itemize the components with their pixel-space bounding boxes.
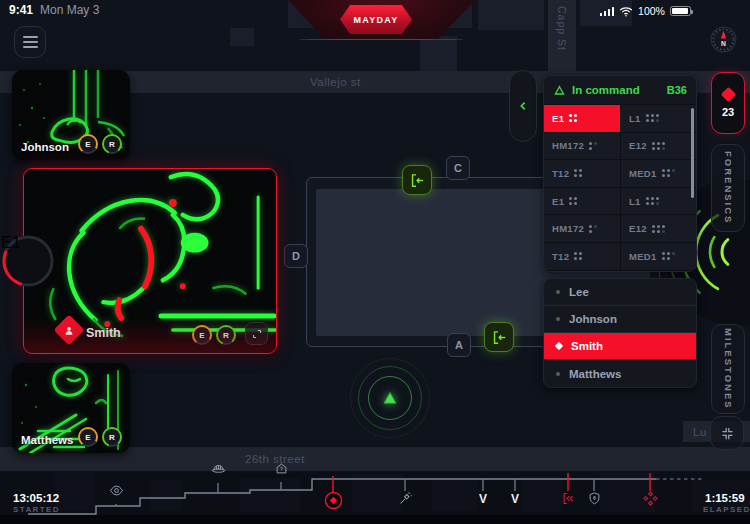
video-feed-matthews[interactable]: Matthews E R bbox=[12, 363, 130, 453]
alert-count-badge[interactable]: 23 bbox=[711, 72, 745, 134]
timeline-event-hose[interactable] bbox=[398, 491, 413, 506]
battery-icon bbox=[670, 6, 691, 16]
feed-name: Smith bbox=[86, 326, 121, 340]
elapsed-time: 1:15:59 bbox=[705, 492, 745, 504]
timeline-event-helmet[interactable] bbox=[211, 462, 226, 477]
timeline-event-door-exit[interactable] bbox=[561, 491, 576, 506]
feed-name: Johnson bbox=[21, 141, 69, 153]
hose-icon bbox=[398, 491, 413, 506]
tab-forensics[interactable]: FORENSICS bbox=[711, 144, 745, 232]
personnel-row-matthews[interactable]: Matthews bbox=[544, 360, 696, 387]
personnel-row-johnson[interactable]: Johnson bbox=[544, 306, 696, 333]
tab-label: MILESTONES bbox=[723, 328, 734, 410]
entry-point-button[interactable] bbox=[484, 322, 514, 352]
unit-label: MED1 bbox=[629, 251, 657, 262]
badge-r[interactable]: R bbox=[102, 427, 122, 447]
crew-dots bbox=[574, 252, 582, 260]
started-label: STARTED bbox=[13, 505, 60, 514]
timeline-event-letter-v[interactable]: V bbox=[476, 491, 491, 506]
date: Mon May 3 bbox=[40, 3, 99, 17]
timeline-event-shield[interactable] bbox=[587, 491, 602, 506]
thermal-feed-image bbox=[24, 169, 276, 353]
door-entry-icon bbox=[491, 329, 508, 346]
unit-cell-e12[interactable]: E12 bbox=[621, 133, 696, 161]
dot-bullet-icon bbox=[556, 290, 560, 294]
personnel-row-lee[interactable]: Lee bbox=[544, 279, 696, 306]
timeline-event-diamond-cluster[interactable] bbox=[643, 491, 658, 506]
triangle-icon bbox=[381, 389, 399, 407]
unit-cell-hm172[interactable]: HM172 bbox=[544, 133, 621, 161]
command-panel: In command B36 E1L1HM172E12T12MED1E1L1HM… bbox=[543, 75, 697, 272]
scrollbar[interactable] bbox=[691, 108, 694, 198]
unit-label: E1 bbox=[552, 113, 564, 124]
timeline-event-letter-v[interactable]: V bbox=[508, 491, 523, 506]
badge-e[interactable]: E bbox=[78, 134, 98, 154]
crew-dots bbox=[589, 142, 597, 150]
unit-cell-med1[interactable]: MED1 bbox=[621, 243, 696, 271]
crew-dots bbox=[652, 225, 665, 233]
command-panel-title: In command bbox=[572, 84, 661, 96]
entry-point-button[interactable] bbox=[402, 165, 432, 195]
personnel-name: Matthews bbox=[569, 368, 621, 380]
timeline-event-eye[interactable] bbox=[109, 483, 124, 498]
unit-label: E12 bbox=[629, 140, 647, 151]
person-diamond-icon bbox=[53, 314, 84, 345]
unit-cell-t12[interactable]: T12 bbox=[544, 160, 621, 188]
unit-cell-e12[interactable]: E12 bbox=[621, 215, 696, 243]
crew-dots bbox=[646, 197, 659, 205]
dot-bullet-icon bbox=[556, 317, 560, 321]
expand-feed-button[interactable] bbox=[245, 322, 268, 345]
unit-grid: E1L1HM172E12T12MED1E1L1HM172E12T12MED1 bbox=[544, 105, 696, 271]
helmet-icon bbox=[211, 462, 226, 477]
timeline-event-diamond-marker[interactable] bbox=[323, 490, 344, 511]
battery-percent: 100% bbox=[638, 5, 665, 17]
dot-bullet-icon bbox=[556, 372, 560, 376]
command-post-beacon[interactable] bbox=[350, 358, 430, 438]
feed-badges: E R bbox=[78, 134, 122, 154]
house-question-icon: ? bbox=[274, 461, 289, 476]
crew-dots bbox=[574, 169, 582, 177]
building-side-marker-c: C bbox=[446, 156, 470, 180]
unit-cell-l1[interactable]: L1 bbox=[621, 105, 696, 133]
started-time: 13:05:12 bbox=[13, 492, 59, 504]
bottom-bar bbox=[0, 515, 750, 524]
menu-button[interactable] bbox=[14, 26, 46, 58]
door-entry-icon bbox=[409, 172, 426, 189]
collapse-panel-button[interactable] bbox=[509, 70, 537, 142]
tab-milestones[interactable]: MILESTONES bbox=[711, 324, 745, 414]
person-icon bbox=[63, 324, 76, 337]
unit-cell-e1[interactable]: E1 bbox=[544, 188, 621, 216]
street-label: Vallejo st bbox=[310, 76, 361, 88]
personnel-row-smith[interactable]: Smith bbox=[544, 333, 696, 360]
diamond-bullet-icon bbox=[555, 342, 563, 350]
tab-label: FORENSICS bbox=[723, 151, 734, 224]
unit-cell-t12[interactable]: T12 bbox=[544, 243, 621, 271]
unit-cell-med1[interactable]: MED1 bbox=[621, 160, 696, 188]
mayday-label: MAYDAY bbox=[353, 15, 398, 25]
badge-e[interactable]: E bbox=[192, 325, 212, 345]
mayday-button[interactable]: MAYDAY bbox=[340, 5, 412, 34]
personnel-name: Smith bbox=[571, 340, 603, 352]
unit-cell-hm172[interactable]: HM172 bbox=[544, 215, 621, 243]
street-label: Capp St bbox=[556, 6, 568, 51]
badge-e[interactable]: E bbox=[78, 427, 98, 447]
unit-label: L1 bbox=[629, 196, 641, 207]
compass: N bbox=[710, 26, 737, 53]
unit-label: E1 bbox=[552, 196, 564, 207]
unit-label: HM172 bbox=[552, 223, 584, 234]
street-label: Lu bbox=[693, 426, 707, 438]
map-building bbox=[230, 28, 254, 46]
unit-cell-e1[interactable]: E1 bbox=[544, 105, 621, 133]
diamond-cluster-icon bbox=[643, 491, 658, 506]
video-feed-main-smith[interactable]: Smith E R bbox=[23, 168, 277, 354]
compress-icon bbox=[720, 426, 735, 441]
unit-ring-e1[interactable] bbox=[1, 234, 55, 288]
crew-dots bbox=[589, 225, 597, 233]
video-feed-johnson[interactable]: Johnson E R bbox=[12, 70, 130, 160]
badge-r[interactable]: R bbox=[216, 325, 236, 345]
mayday-banner-border bbox=[300, 38, 463, 40]
timeline-event-house-question[interactable]: ? bbox=[274, 461, 289, 476]
unit-cell-l1[interactable]: L1 bbox=[621, 188, 696, 216]
collapse-rail-button[interactable] bbox=[710, 416, 744, 450]
badge-r[interactable]: R bbox=[102, 134, 122, 154]
